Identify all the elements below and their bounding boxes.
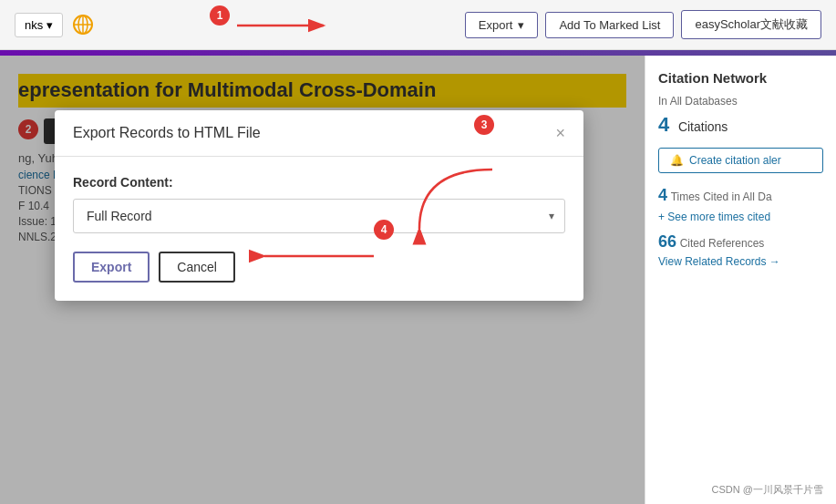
times-cited-row: 4 Times Cited in All Da: [658, 186, 823, 205]
add-marked-button[interactable]: Add To Marked List: [545, 12, 674, 38]
links-label: nks: [25, 18, 43, 32]
record-content-label: Record Content:: [73, 175, 565, 190]
citations-count: 4: [658, 113, 669, 136]
times-cited-count: 4: [658, 186, 667, 204]
cited-refs-label: Cited References: [680, 237, 765, 250]
toolbar: nks ▾ 1 Export ▾ Add To Mark: [0, 0, 836, 50]
citations-row: 4 Citations: [658, 113, 823, 137]
record-content-select[interactable]: Full Record Author, Title, Source Full R…: [73, 199, 565, 233]
cited-refs-row: 66 Cited References: [658, 232, 823, 252]
modal-actions: Export Cancel: [73, 252, 565, 283]
view-related-records[interactable]: View Related Records →: [658, 255, 823, 268]
cited-refs-count: 66: [658, 232, 676, 251]
modal-header: Export Records to HTML File ×: [55, 110, 583, 157]
in-all-db-label: In All Databases: [658, 95, 823, 108]
toolbar-left: nks ▾: [15, 12, 96, 37]
create-citation-alert-button[interactable]: 🔔 Create citation aler: [658, 148, 823, 173]
export-label: Export: [479, 18, 513, 32]
citation-network-title: Citation Network: [658, 70, 823, 86]
export-button[interactable]: Export ▾: [465, 12, 539, 38]
main-area: epresentation for Multimodal Cross-Domai…: [0, 56, 836, 504]
modal-cancel-button[interactable]: Cancel: [159, 252, 235, 283]
links-button[interactable]: nks ▾: [15, 13, 63, 37]
step1-badge: 1: [210, 5, 230, 26]
times-cited-label: Times Cited in All Da: [671, 190, 772, 203]
watermark: CSDN @一川风景千片雪: [712, 483, 823, 497]
modal-export-button[interactable]: Export: [73, 252, 150, 283]
chevron-down-icon: ▾: [46, 18, 53, 32]
left-content: epresentation for Multimodal Cross-Domai…: [0, 56, 645, 504]
modal-title: Export Records to HTML File: [73, 125, 261, 141]
citations-label: Citations: [678, 119, 728, 134]
bell-icon: 🔔: [670, 154, 684, 167]
modal-close-button[interactable]: ×: [555, 125, 565, 141]
export-modal: Export Records to HTML File × Record Con…: [55, 110, 583, 301]
record-select-wrapper: Full Record Author, Title, Source Full R…: [73, 199, 565, 233]
right-panel: Citation Network In All Databases 4 Cita…: [645, 56, 836, 504]
toolbar-right: Export ▾ Add To Marked List easyScholar文…: [465, 10, 821, 39]
export-chevron-icon: ▾: [518, 18, 524, 32]
arrow1-svg: [232, 15, 333, 36]
see-more-times-cited[interactable]: + See more times cited: [658, 211, 823, 223]
globe-icon: [70, 12, 96, 37]
modal-overlay: Export Records to HTML File × Record Con…: [0, 56, 645, 504]
modal-body: Record Content: Full Record Author, Titl…: [55, 157, 583, 301]
easy-scholar-button[interactable]: easyScholar文献收藏: [681, 10, 821, 39]
